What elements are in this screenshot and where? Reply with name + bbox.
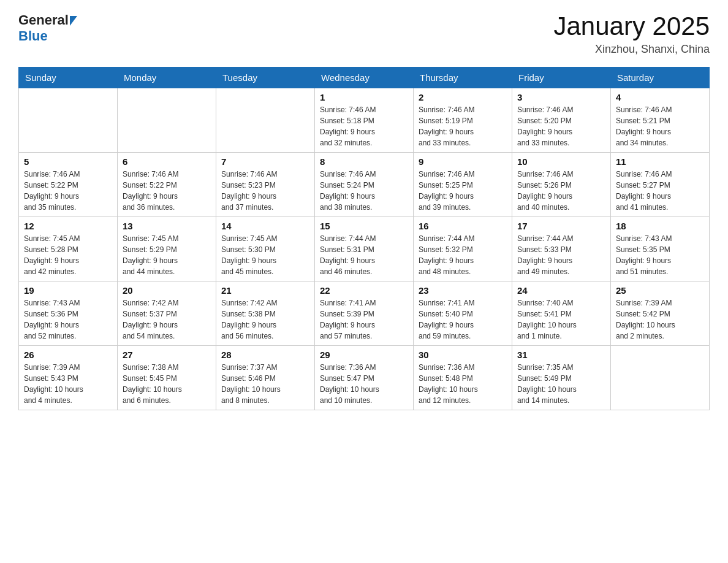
- calendar-table: SundayMondayTuesdayWednesdayThursdayFrid…: [18, 67, 710, 410]
- day-info: Sunrise: 7:46 AMSunset: 5:26 PMDaylight:…: [517, 169, 605, 213]
- calendar-day-cell: 29Sunrise: 7:36 AMSunset: 5:47 PMDayligh…: [315, 346, 414, 410]
- day-info: Sunrise: 7:41 AMSunset: 5:39 PMDaylight:…: [320, 297, 408, 342]
- calendar-day-cell: 16Sunrise: 7:44 AMSunset: 5:32 PMDayligh…: [414, 217, 512, 282]
- calendar-day-cell: 19Sunrise: 7:43 AMSunset: 5:36 PMDayligh…: [19, 282, 118, 346]
- day-number: 31: [517, 350, 605, 360]
- calendar-day-cell: 7Sunrise: 7:46 AMSunset: 5:23 PMDaylight…: [216, 153, 315, 217]
- calendar-week-row: 5Sunrise: 7:46 AMSunset: 5:22 PMDaylight…: [19, 153, 710, 217]
- calendar-day-cell: 20Sunrise: 7:42 AMSunset: 5:37 PMDayligh…: [118, 282, 216, 346]
- day-info: Sunrise: 7:46 AMSunset: 5:20 PMDaylight:…: [517, 104, 605, 148]
- calendar-day-cell: 8Sunrise: 7:46 AMSunset: 5:24 PMDaylight…: [315, 153, 414, 217]
- day-info: Sunrise: 7:43 AMSunset: 5:36 PMDaylight:…: [24, 297, 112, 342]
- calendar-day-cell: 24Sunrise: 7:40 AMSunset: 5:41 PMDayligh…: [512, 282, 611, 346]
- calendar-day-cell: 12Sunrise: 7:45 AMSunset: 5:28 PMDayligh…: [19, 217, 118, 282]
- day-number: 7: [221, 156, 309, 167]
- day-number: 3: [517, 92, 605, 102]
- day-info: Sunrise: 7:39 AMSunset: 5:43 PMDaylight:…: [24, 362, 112, 406]
- day-info: Sunrise: 7:40 AMSunset: 5:41 PMDaylight:…: [517, 297, 605, 342]
- day-number: 11: [616, 156, 704, 167]
- day-info: Sunrise: 7:44 AMSunset: 5:31 PMDaylight:…: [320, 233, 408, 277]
- day-info: Sunrise: 7:36 AMSunset: 5:48 PMDaylight:…: [419, 362, 507, 406]
- day-number: 27: [123, 350, 211, 360]
- day-number: 18: [616, 221, 704, 231]
- day-info: Sunrise: 7:39 AMSunset: 5:42 PMDaylight:…: [616, 297, 704, 342]
- day-number: 17: [517, 221, 605, 231]
- day-number: 13: [123, 221, 211, 231]
- title-block: January 2025 Xinzhou, Shanxi, China: [553, 12, 710, 56]
- day-info: Sunrise: 7:45 AMSunset: 5:30 PMDaylight:…: [221, 233, 309, 277]
- calendar-day-cell: 2Sunrise: 7:46 AMSunset: 5:19 PMDaylight…: [414, 88, 512, 153]
- calendar-day-header: Sunday: [19, 67, 118, 88]
- day-number: 12: [24, 221, 112, 231]
- day-number: 26: [24, 350, 112, 360]
- calendar-day-header: Monday: [118, 67, 216, 88]
- day-info: Sunrise: 7:46 AMSunset: 5:18 PMDaylight:…: [320, 104, 408, 148]
- calendar-day-header: Thursday: [414, 67, 512, 88]
- day-number: 28: [221, 350, 309, 360]
- day-number: 5: [24, 156, 112, 167]
- calendar-week-row: 19Sunrise: 7:43 AMSunset: 5:36 PMDayligh…: [19, 282, 710, 346]
- calendar-day-cell: 13Sunrise: 7:45 AMSunset: 5:29 PMDayligh…: [118, 217, 216, 282]
- calendar-day-cell: 15Sunrise: 7:44 AMSunset: 5:31 PMDayligh…: [315, 217, 414, 282]
- calendar-week-row: 12Sunrise: 7:45 AMSunset: 5:28 PMDayligh…: [19, 217, 710, 282]
- day-info: Sunrise: 7:46 AMSunset: 5:27 PMDaylight:…: [616, 169, 704, 213]
- calendar-week-row: 26Sunrise: 7:39 AMSunset: 5:43 PMDayligh…: [19, 346, 710, 410]
- calendar-header-row: SundayMondayTuesdayWednesdayThursdayFrid…: [19, 67, 710, 88]
- day-info: Sunrise: 7:46 AMSunset: 5:25 PMDaylight:…: [419, 169, 507, 213]
- calendar-day-header: Saturday: [611, 67, 710, 88]
- calendar-day-cell: 28Sunrise: 7:37 AMSunset: 5:46 PMDayligh…: [216, 346, 315, 410]
- day-number: 2: [419, 92, 507, 102]
- day-info: Sunrise: 7:43 AMSunset: 5:35 PMDaylight:…: [616, 233, 704, 277]
- day-number: 1: [320, 92, 408, 102]
- calendar-day-cell: 10Sunrise: 7:46 AMSunset: 5:26 PMDayligh…: [512, 153, 611, 217]
- logo: General Blue: [18, 12, 77, 44]
- day-info: Sunrise: 7:45 AMSunset: 5:28 PMDaylight:…: [24, 233, 112, 277]
- calendar-day-cell: 21Sunrise: 7:42 AMSunset: 5:38 PMDayligh…: [216, 282, 315, 346]
- day-info: Sunrise: 7:36 AMSunset: 5:47 PMDaylight:…: [320, 362, 408, 406]
- calendar-day-cell: 9Sunrise: 7:46 AMSunset: 5:25 PMDaylight…: [414, 153, 512, 217]
- calendar-day-cell: 17Sunrise: 7:44 AMSunset: 5:33 PMDayligh…: [512, 217, 611, 282]
- day-number: 14: [221, 221, 309, 231]
- calendar-day-cell: [611, 346, 710, 410]
- calendar-day-cell: 22Sunrise: 7:41 AMSunset: 5:39 PMDayligh…: [315, 282, 414, 346]
- day-info: Sunrise: 7:46 AMSunset: 5:21 PMDaylight:…: [616, 104, 704, 148]
- day-number: 16: [419, 221, 507, 231]
- calendar-day-cell: [118, 88, 216, 153]
- day-number: 21: [221, 285, 309, 296]
- calendar-day-cell: 26Sunrise: 7:39 AMSunset: 5:43 PMDayligh…: [19, 346, 118, 410]
- day-number: 24: [517, 285, 605, 296]
- calendar-day-cell: 11Sunrise: 7:46 AMSunset: 5:27 PMDayligh…: [611, 153, 710, 217]
- day-number: 6: [123, 156, 211, 167]
- day-info: Sunrise: 7:45 AMSunset: 5:29 PMDaylight:…: [123, 233, 211, 277]
- calendar-day-cell: 6Sunrise: 7:46 AMSunset: 5:22 PMDaylight…: [118, 153, 216, 217]
- day-number: 23: [419, 285, 507, 296]
- month-title: January 2025: [553, 12, 710, 40]
- calendar-day-cell: 5Sunrise: 7:46 AMSunset: 5:22 PMDaylight…: [19, 153, 118, 217]
- calendar-day-cell: 23Sunrise: 7:41 AMSunset: 5:40 PMDayligh…: [414, 282, 512, 346]
- calendar-day-cell: [216, 88, 315, 153]
- calendar-day-header: Tuesday: [216, 67, 315, 88]
- day-number: 4: [616, 92, 704, 102]
- calendar-day-cell: [19, 88, 118, 153]
- day-info: Sunrise: 7:46 AMSunset: 5:22 PMDaylight:…: [24, 169, 112, 213]
- calendar-day-cell: 4Sunrise: 7:46 AMSunset: 5:21 PMDaylight…: [611, 88, 710, 153]
- day-info: Sunrise: 7:46 AMSunset: 5:22 PMDaylight:…: [123, 169, 211, 213]
- day-info: Sunrise: 7:46 AMSunset: 5:24 PMDaylight:…: [320, 169, 408, 213]
- calendar-day-header: Wednesday: [315, 67, 414, 88]
- logo-arrow-icon: [70, 16, 77, 26]
- day-number: 20: [123, 285, 211, 296]
- calendar-day-cell: 18Sunrise: 7:43 AMSunset: 5:35 PMDayligh…: [611, 217, 710, 282]
- page-header: General Blue January 2025 Xinzhou, Shanx…: [18, 12, 710, 56]
- day-info: Sunrise: 7:35 AMSunset: 5:49 PMDaylight:…: [517, 362, 605, 406]
- day-info: Sunrise: 7:44 AMSunset: 5:33 PMDaylight:…: [517, 233, 605, 277]
- day-number: 9: [419, 156, 507, 167]
- day-number: 19: [24, 285, 112, 296]
- day-number: 8: [320, 156, 408, 167]
- calendar-day-cell: 30Sunrise: 7:36 AMSunset: 5:48 PMDayligh…: [414, 346, 512, 410]
- calendar-day-header: Friday: [512, 67, 611, 88]
- day-info: Sunrise: 7:37 AMSunset: 5:46 PMDaylight:…: [221, 362, 309, 406]
- logo-blue-text: Blue: [18, 28, 48, 44]
- day-number: 29: [320, 350, 408, 360]
- logo-general-text: General: [18, 12, 69, 28]
- calendar-day-cell: 27Sunrise: 7:38 AMSunset: 5:45 PMDayligh…: [118, 346, 216, 410]
